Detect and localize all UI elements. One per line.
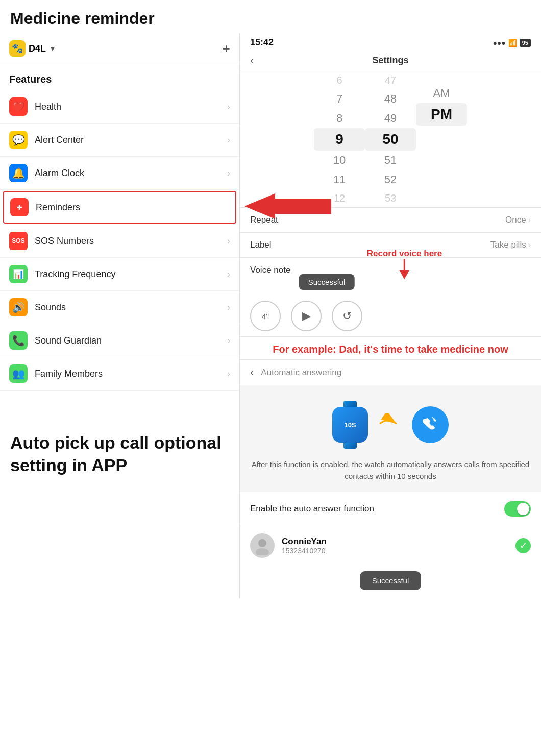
period-am: AM — [416, 84, 467, 103]
chevron-right-icon: › — [227, 269, 230, 280]
sidebar-item-reminders[interactable]: Reminders — [3, 191, 236, 224]
min-49: 49 — [365, 109, 416, 128]
features-label: Features — [0, 64, 239, 90]
sounds-label: Sounds — [35, 302, 66, 313]
auto-nav-bar: ‹ Automatic answering — [240, 359, 541, 385]
app-logo: 🐾 — [9, 40, 26, 57]
chevron-right-icon: › — [227, 369, 230, 379]
period-picker[interactable]: AM PM — [416, 71, 467, 207]
period-pm-selected: PM — [416, 103, 467, 126]
period-empty3 — [416, 126, 467, 132]
sidebar-item-family[interactable]: 👥 Family Members › — [0, 357, 239, 391]
sidebar-item-tracking[interactable]: 📊 Tracking Frequency › — [0, 258, 239, 291]
period-empty1 — [416, 71, 467, 78]
svg-point-7 — [258, 539, 266, 547]
watch-body: 10S — [332, 407, 368, 443]
watch-container: 10S — [332, 401, 368, 449]
signal-icon: ●●● — [493, 39, 505, 47]
left-panel: 🐾 D4L ▼ + Features ❤️ Health › 💬 — [0, 33, 240, 598]
chevron-right-icon: › — [227, 102, 230, 112]
voice-note-label: Voice note — [250, 265, 290, 275]
successful-tooltip-container: Successful — [240, 565, 541, 598]
sidebar-item-alert[interactable]: 💬 Alert Center › — [0, 124, 239, 157]
hour-7: 7 — [314, 89, 365, 109]
contact-avatar — [250, 533, 275, 558]
contact-info: ConnieYan 15323410270 — [282, 536, 327, 555]
alarm-icon: 🔔 — [9, 164, 28, 182]
hour-picker[interactable]: 6 7 8 9 10 11 12 — [314, 71, 365, 207]
app-name: D4L — [29, 43, 46, 54]
min-51: 51 — [365, 151, 416, 170]
family-label: Family Members — [35, 369, 103, 379]
sidebar-item-soundguardian[interactable]: 📞 Sound Guardian › — [0, 324, 239, 357]
tracking-icon: 📊 — [9, 265, 28, 283]
min-50-selected: 50 — [365, 128, 416, 151]
hour-9-selected: 9 — [314, 128, 365, 151]
label-label: Label — [250, 240, 272, 250]
enable-label: Enable the auto answer function — [250, 504, 374, 514]
auto-nav-title: Automatic answering — [261, 368, 341, 378]
reminders-label: Reminders — [36, 202, 80, 213]
record-voice-text: Record voice here — [367, 249, 442, 258]
watch-band-bottom — [343, 443, 357, 449]
min-47: 47 — [365, 71, 416, 89]
nav-title: Settings — [372, 55, 408, 66]
sidebar-item-alarm[interactable]: 🔔 Alarm Clock › — [0, 157, 239, 190]
contact-row[interactable]: ConnieYan 15323410270 ✓ — [240, 526, 541, 565]
hour-8: 8 — [314, 109, 365, 128]
phone-ringing-icon — [412, 406, 449, 443]
back-button[interactable]: ‹ — [250, 54, 254, 67]
period-empty5 — [416, 138, 467, 144]
period-empty2 — [416, 78, 467, 84]
app-header-left: 🐾 D4L ▼ — [9, 40, 56, 57]
nav-bar: ‹ Settings — [240, 50, 541, 71]
chevron-right-icon: › — [528, 240, 531, 250]
tracking-label: Tracking Frequency — [35, 269, 115, 280]
min-53: 53 — [365, 189, 416, 207]
menu-list: ❤️ Health › 💬 Alert Center › 🔔 Alarm Clo… — [0, 90, 239, 391]
sidebar-item-health[interactable]: ❤️ Health › — [0, 90, 239, 124]
min-48: 48 — [365, 89, 416, 109]
contact-phone: 15323410270 — [282, 547, 327, 555]
add-button[interactable]: + — [223, 41, 230, 57]
auto-answer-toggle[interactable] — [504, 501, 531, 517]
min-52: 52 — [365, 170, 416, 189]
voice-duration: 4'' — [250, 301, 281, 331]
right-panel: 15:42 ●●● 📶 95 ‹ Settings 6 7 8 9 10 11 … — [240, 33, 541, 598]
soundguardian-icon: 📞 — [9, 331, 28, 350]
reminders-icon — [10, 198, 29, 216]
page-title: Medicine reminder — [0, 0, 541, 33]
voice-note-section: Voice note Record voice here 4'' Success — [240, 258, 541, 337]
dropdown-icon: ▼ — [49, 44, 56, 53]
contact-check-icon: ✓ — [515, 538, 531, 553]
health-icon: ❤️ — [9, 97, 28, 116]
sidebar-item-sounds[interactable]: 🔊 Sounds › — [0, 291, 239, 324]
chevron-right-icon: › — [227, 135, 230, 145]
sidebar-item-sos[interactable]: SOS SOS Numbers › — [0, 225, 239, 258]
annotation-body: For example: Dad, it's time to take medi… — [240, 337, 541, 359]
chevron-right-icon: › — [528, 215, 531, 225]
repeat-value: Once — [505, 215, 526, 225]
big-arrow-annotation — [229, 193, 331, 221]
svg-point-8 — [256, 548, 269, 555]
hour-11: 11 — [314, 170, 365, 189]
sounds-icon: 🔊 — [9, 298, 28, 316]
soundguardian-label: Sound Guardian — [35, 335, 102, 346]
status-icons: ●●● 📶 95 — [493, 39, 531, 47]
enable-row: Enable the auto answer function — [240, 492, 541, 526]
status-bar: 15:42 ●●● 📶 95 — [240, 33, 541, 50]
voice-note-controls: Record voice here 4'' Successful ▶ ↺ — [250, 275, 531, 331]
auto-back-button[interactable]: ‹ — [250, 366, 254, 379]
minute-picker[interactable]: 47 48 49 50 51 52 53 — [365, 71, 416, 207]
hour-6: 6 — [314, 71, 365, 89]
voice-tooltip: Successful — [299, 274, 355, 290]
sos-label: SOS Numbers — [35, 236, 94, 247]
contact-name: ConnieYan — [282, 536, 327, 547]
voice-play-button[interactable]: ▶ — [291, 301, 322, 331]
alarm-label: Alarm Clock — [35, 168, 84, 179]
chevron-right-icon: › — [227, 335, 230, 346]
battery-icon: 95 — [520, 39, 531, 47]
svg-marker-3 — [244, 193, 331, 219]
voice-replay-button[interactable]: ↺ — [332, 301, 362, 331]
family-icon: 👥 — [9, 364, 28, 383]
